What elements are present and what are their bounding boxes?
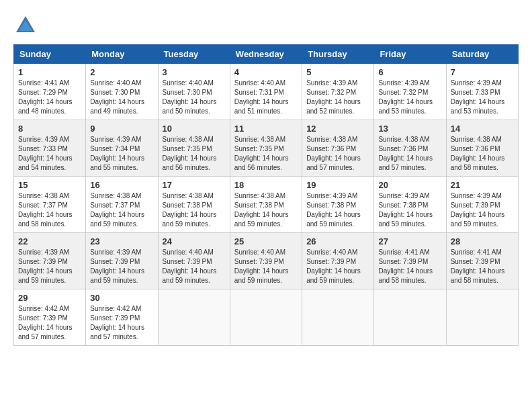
day-number: 27 bbox=[378, 236, 441, 246]
calendar-cell: 1Sunrise: 4:41 AM Sunset: 7:29 PM Daylig… bbox=[14, 64, 86, 120]
day-number: 17 bbox=[163, 180, 226, 190]
day-info: Sunrise: 4:39 AM Sunset: 7:38 PM Dayligh… bbox=[306, 191, 369, 229]
calendar-week-row: 1Sunrise: 4:41 AM Sunset: 7:29 PM Daylig… bbox=[14, 64, 519, 120]
day-number: 3 bbox=[163, 67, 226, 77]
calendar-cell: 24Sunrise: 4:40 AM Sunset: 7:39 PM Dayli… bbox=[158, 233, 230, 289]
day-of-week-header: Saturday bbox=[446, 45, 518, 64]
day-number: 29 bbox=[18, 293, 81, 303]
day-info: Sunrise: 4:39 AM Sunset: 7:38 PM Dayligh… bbox=[378, 191, 441, 229]
calendar-cell: 21Sunrise: 4:39 AM Sunset: 7:39 PM Dayli… bbox=[446, 177, 518, 233]
calendar-cell: 2Sunrise: 4:40 AM Sunset: 7:30 PM Daylig… bbox=[86, 64, 158, 120]
day-info: Sunrise: 4:42 AM Sunset: 7:39 PM Dayligh… bbox=[18, 304, 81, 342]
day-number: 25 bbox=[234, 236, 298, 246]
day-info: Sunrise: 4:39 AM Sunset: 7:39 PM Dayligh… bbox=[90, 248, 153, 285]
calendar-cell: 3Sunrise: 4:40 AM Sunset: 7:30 PM Daylig… bbox=[158, 64, 230, 120]
day-of-week-header: Thursday bbox=[302, 45, 374, 64]
day-number: 12 bbox=[306, 124, 369, 134]
day-number: 2 bbox=[90, 67, 153, 77]
day-info: Sunrise: 4:40 AM Sunset: 7:39 PM Dayligh… bbox=[163, 248, 226, 285]
day-info: Sunrise: 4:39 AM Sunset: 7:39 PM Dayligh… bbox=[451, 191, 514, 229]
day-info: Sunrise: 4:41 AM Sunset: 7:39 PM Dayligh… bbox=[378, 248, 441, 285]
calendar-cell: 6Sunrise: 4:39 AM Sunset: 7:32 PM Daylig… bbox=[374, 64, 446, 120]
day-info: Sunrise: 4:38 AM Sunset: 7:36 PM Dayligh… bbox=[451, 135, 514, 173]
day-info: Sunrise: 4:38 AM Sunset: 7:37 PM Dayligh… bbox=[90, 191, 153, 229]
calendar-cell: 8Sunrise: 4:39 AM Sunset: 7:33 PM Daylig… bbox=[14, 120, 86, 177]
day-info: Sunrise: 4:41 AM Sunset: 7:39 PM Dayligh… bbox=[451, 248, 514, 285]
calendar-cell: 22Sunrise: 4:39 AM Sunset: 7:39 PM Dayli… bbox=[14, 233, 86, 289]
day-info: Sunrise: 4:41 AM Sunset: 7:29 PM Dayligh… bbox=[18, 79, 81, 116]
calendar-cell: 20Sunrise: 4:39 AM Sunset: 7:38 PM Dayli… bbox=[374, 177, 446, 233]
day-number: 28 bbox=[451, 236, 514, 246]
calendar-cell: 5Sunrise: 4:39 AM Sunset: 7:32 PM Daylig… bbox=[302, 64, 374, 120]
day-info: Sunrise: 4:39 AM Sunset: 7:39 PM Dayligh… bbox=[18, 248, 81, 285]
header bbox=[13, 13, 519, 38]
day-info: Sunrise: 4:40 AM Sunset: 7:31 PM Dayligh… bbox=[234, 79, 298, 116]
day-number: 23 bbox=[90, 236, 153, 246]
day-info: Sunrise: 4:38 AM Sunset: 7:35 PM Dayligh… bbox=[163, 135, 226, 173]
day-info: Sunrise: 4:40 AM Sunset: 7:39 PM Dayligh… bbox=[306, 248, 369, 285]
day-number: 6 bbox=[378, 67, 441, 77]
calendar-cell: 25Sunrise: 4:40 AM Sunset: 7:39 PM Dayli… bbox=[230, 233, 302, 289]
day-info: Sunrise: 4:39 AM Sunset: 7:34 PM Dayligh… bbox=[90, 135, 153, 173]
calendar-week-row: 15Sunrise: 4:38 AM Sunset: 7:37 PM Dayli… bbox=[14, 177, 519, 233]
day-number: 10 bbox=[163, 124, 226, 134]
calendar-cell: 30Sunrise: 4:42 AM Sunset: 7:39 PM Dayli… bbox=[86, 289, 158, 346]
day-number: 13 bbox=[378, 124, 441, 134]
calendar-week-row: 29Sunrise: 4:42 AM Sunset: 7:39 PM Dayli… bbox=[14, 289, 519, 346]
day-of-week-header: Sunday bbox=[14, 45, 86, 64]
day-of-week-header: Wednesday bbox=[230, 45, 302, 64]
calendar-cell bbox=[374, 289, 446, 346]
day-info: Sunrise: 4:39 AM Sunset: 7:32 PM Dayligh… bbox=[306, 79, 369, 116]
day-number: 14 bbox=[451, 124, 514, 134]
day-number: 22 bbox=[18, 236, 81, 246]
calendar-cell: 15Sunrise: 4:38 AM Sunset: 7:37 PM Dayli… bbox=[14, 177, 86, 233]
day-of-week-header: Friday bbox=[374, 45, 446, 64]
calendar-cell: 17Sunrise: 4:38 AM Sunset: 7:38 PM Dayli… bbox=[158, 177, 230, 233]
calendar-cell: 26Sunrise: 4:40 AM Sunset: 7:39 PM Dayli… bbox=[302, 233, 374, 289]
day-info: Sunrise: 4:38 AM Sunset: 7:36 PM Dayligh… bbox=[306, 135, 369, 173]
day-info: Sunrise: 4:40 AM Sunset: 7:30 PM Dayligh… bbox=[163, 79, 226, 116]
day-info: Sunrise: 4:40 AM Sunset: 7:39 PM Dayligh… bbox=[234, 248, 298, 285]
day-number: 8 bbox=[18, 124, 81, 134]
calendar: SundayMondayTuesdayWednesdayThursdayFrid… bbox=[13, 44, 519, 346]
day-number: 9 bbox=[90, 124, 153, 134]
day-number: 4 bbox=[234, 67, 298, 77]
calendar-cell: 7Sunrise: 4:39 AM Sunset: 7:33 PM Daylig… bbox=[446, 64, 518, 120]
logo bbox=[13, 13, 40, 38]
calendar-cell: 11Sunrise: 4:38 AM Sunset: 7:35 PM Dayli… bbox=[230, 120, 302, 177]
day-number: 11 bbox=[234, 124, 298, 134]
calendar-cell: 16Sunrise: 4:38 AM Sunset: 7:37 PM Dayli… bbox=[86, 177, 158, 233]
day-number: 15 bbox=[18, 180, 81, 190]
day-number: 19 bbox=[306, 180, 369, 190]
day-number: 30 bbox=[90, 293, 153, 303]
calendar-week-row: 22Sunrise: 4:39 AM Sunset: 7:39 PM Dayli… bbox=[14, 233, 519, 289]
day-number: 1 bbox=[18, 67, 81, 77]
day-info: Sunrise: 4:40 AM Sunset: 7:30 PM Dayligh… bbox=[90, 79, 153, 116]
day-number: 18 bbox=[234, 180, 298, 190]
logo-icon bbox=[13, 13, 38, 38]
calendar-cell: 10Sunrise: 4:38 AM Sunset: 7:35 PM Dayli… bbox=[158, 120, 230, 177]
calendar-cell: 13Sunrise: 4:38 AM Sunset: 7:36 PM Dayli… bbox=[374, 120, 446, 177]
day-number: 21 bbox=[451, 180, 514, 190]
calendar-cell: 27Sunrise: 4:41 AM Sunset: 7:39 PM Dayli… bbox=[374, 233, 446, 289]
calendar-cell: 19Sunrise: 4:39 AM Sunset: 7:38 PM Dayli… bbox=[302, 177, 374, 233]
day-info: Sunrise: 4:39 AM Sunset: 7:33 PM Dayligh… bbox=[451, 79, 514, 116]
calendar-cell: 9Sunrise: 4:39 AM Sunset: 7:34 PM Daylig… bbox=[86, 120, 158, 177]
day-number: 16 bbox=[90, 180, 153, 190]
calendar-cell: 4Sunrise: 4:40 AM Sunset: 7:31 PM Daylig… bbox=[230, 64, 302, 120]
day-number: 24 bbox=[163, 236, 226, 246]
day-number: 5 bbox=[306, 67, 369, 77]
calendar-cell: 18Sunrise: 4:38 AM Sunset: 7:38 PM Dayli… bbox=[230, 177, 302, 233]
day-info: Sunrise: 4:39 AM Sunset: 7:32 PM Dayligh… bbox=[378, 79, 441, 116]
calendar-cell: 12Sunrise: 4:38 AM Sunset: 7:36 PM Dayli… bbox=[302, 120, 374, 177]
calendar-cell bbox=[158, 289, 230, 346]
day-info: Sunrise: 4:38 AM Sunset: 7:38 PM Dayligh… bbox=[163, 191, 226, 229]
calendar-cell: 29Sunrise: 4:42 AM Sunset: 7:39 PM Dayli… bbox=[14, 289, 86, 346]
calendar-cell: 28Sunrise: 4:41 AM Sunset: 7:39 PM Dayli… bbox=[446, 233, 518, 289]
calendar-cell bbox=[302, 289, 374, 346]
day-number: 20 bbox=[378, 180, 441, 190]
calendar-cell bbox=[230, 289, 302, 346]
day-of-week-header: Tuesday bbox=[158, 45, 230, 64]
calendar-cell bbox=[446, 289, 518, 346]
day-of-week-header: Monday bbox=[86, 45, 158, 64]
